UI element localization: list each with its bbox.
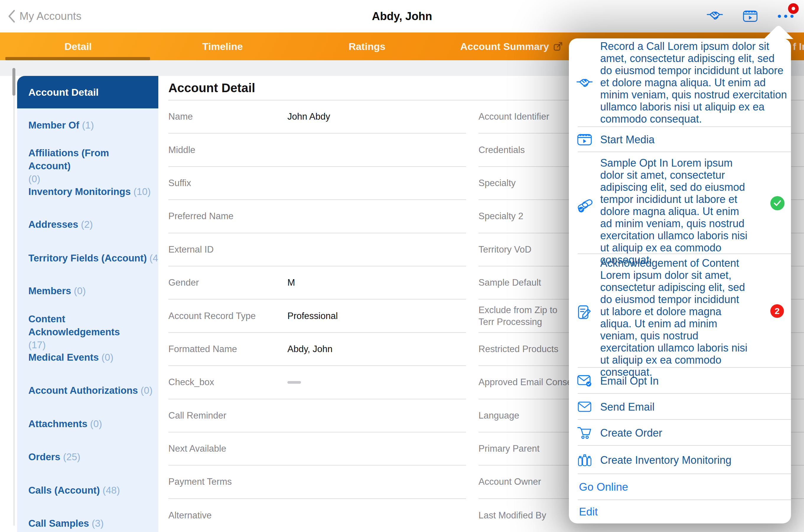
sidebar-item-member-of[interactable]: Member Of (1) — [17, 119, 158, 132]
field-value: Abdy, John — [287, 344, 332, 355]
record-call-handshake-icon[interactable] — [707, 8, 723, 24]
record-a-call-text: Record a Call Lorem ipsum dolor sit amet… — [600, 40, 788, 127]
sample-opt-in-text: Sample Opt In Lorem ipsum dolor sit amet… — [600, 157, 748, 254]
tab-ratings[interactable]: Ratings — [295, 33, 439, 60]
field-row: External ID — [168, 233, 466, 266]
field-row: NameJohn Abdy — [168, 100, 466, 134]
create-order-cart-icon — [569, 426, 600, 439]
form-left-column: NameJohn Abdy Middle Suffix Preferred Na… — [168, 100, 466, 532]
field-row: Suffix — [168, 167, 466, 200]
start-media-icon[interactable] — [742, 8, 759, 24]
more-actions-popover: Record a Call Lorem ipsum dolor sit amet… — [569, 38, 791, 524]
sidebar-item-content-acknowledgements[interactable]: Content Acknowledgements (17) — [17, 312, 153, 352]
field-row: GenderM — [168, 266, 466, 300]
sidebar-item-inventory-monitorings[interactable]: Inventory Monitorings (10) — [17, 185, 158, 198]
acknowledgement-document-icon — [569, 257, 600, 368]
active-tab-underline — [5, 57, 150, 60]
sidebar-item-territory-fields[interactable]: Territory Fields (Account) (4) — [17, 252, 158, 265]
scrollbar-thumb[interactable] — [13, 68, 15, 96]
sidebar-item-calls-account[interactable]: Calls (Account) (48) — [17, 484, 158, 497]
go-online-item[interactable]: Go Online — [569, 474, 791, 500]
create-order-item[interactable]: Create Order — [569, 420, 791, 446]
sidebar-item-members[interactable]: Members (0) — [17, 284, 158, 298]
tab-timeline[interactable]: Timeline — [150, 33, 295, 60]
field-row: Alternative — [168, 499, 466, 532]
email-opt-in-item[interactable]: Email Opt In — [569, 368, 791, 394]
acknowledgement-text: Acknowledgement of Content Lorem ipsum d… — [600, 257, 748, 368]
field-row: Check_box — [168, 366, 466, 399]
start-media-icon — [569, 134, 600, 146]
notification-badge — [788, 3, 799, 14]
field-row: Next Available — [168, 433, 466, 466]
field-row: Middle — [168, 134, 466, 167]
email-opt-in-icon — [569, 375, 600, 387]
field-value: Professional — [287, 311, 338, 321]
sidebar-item-call-samples[interactable]: Call Samples (3) — [17, 517, 158, 530]
create-inventory-monitoring-item[interactable]: Create Inventory Monitoring — [569, 446, 791, 474]
sidebar-item-orders[interactable]: Orders (25) — [17, 451, 158, 463]
send-email-envelope-icon — [569, 401, 600, 412]
sidebar-item-medical-events[interactable]: Medical Events (0) — [17, 351, 158, 364]
record-a-call-item[interactable]: Record a Call Lorem ipsum dolor sit amet… — [569, 38, 791, 127]
sidebar-item-account-authorizations[interactable]: Account Authorizations (0) — [17, 384, 158, 397]
tab-detail[interactable]: Detail — [6, 33, 150, 60]
send-email-item[interactable]: Send Email — [569, 394, 791, 420]
sidebar-item-attachments[interactable]: Attachments (0) — [17, 417, 158, 431]
sample-opt-in-pills-icon — [569, 157, 600, 254]
page-title: Abdy, John — [0, 0, 804, 33]
field-value: M — [287, 278, 295, 288]
acknowledgement-of-content-item[interactable]: Acknowledgement of Content Lorem ipsum d… — [569, 254, 791, 368]
field-row: Account Record TypeProfessional — [168, 300, 466, 332]
field-row: Call Reminder — [168, 399, 466, 433]
scrollbar-track[interactable] — [13, 80, 15, 526]
sidebar-item-affiliations[interactable]: Affiliations (From Account) (0) — [17, 147, 153, 186]
completed-check-badge — [770, 196, 785, 210]
record-call-handshake-icon — [569, 40, 600, 127]
sidebar-item-addresses[interactable]: Addresses (2) — [17, 218, 158, 231]
field-value: John Abdy — [287, 111, 330, 122]
pending-count-badge: 2 — [770, 304, 784, 318]
edit-item[interactable]: Edit — [569, 500, 791, 524]
start-media-item[interactable]: Start Media — [569, 127, 791, 152]
checkbox-dash-icon — [287, 381, 301, 384]
field-row: Payment Terms — [168, 466, 466, 499]
related-lists-sidebar: Account Detail Member Of (1) Affiliation… — [17, 76, 158, 532]
tab-account-summary[interactable]: Account Summary — [439, 33, 583, 60]
field-row: Formatted NameAbdy, John — [168, 333, 466, 366]
top-navigation-bar: My Accounts Abdy, John — [0, 0, 804, 33]
external-link-icon — [553, 42, 563, 51]
section-heading: Account Detail — [168, 81, 255, 95]
sample-opt-in-item[interactable]: Sample Opt In Lorem ipsum dolor sit amet… — [569, 152, 791, 254]
sidebar-item-account-detail[interactable]: Account Detail — [17, 76, 158, 109]
popover-arrow — [762, 25, 795, 39]
inventory-bottles-icon — [569, 453, 600, 467]
field-row: Preferred Name — [168, 200, 466, 233]
more-options-icon[interactable] — [778, 8, 794, 24]
